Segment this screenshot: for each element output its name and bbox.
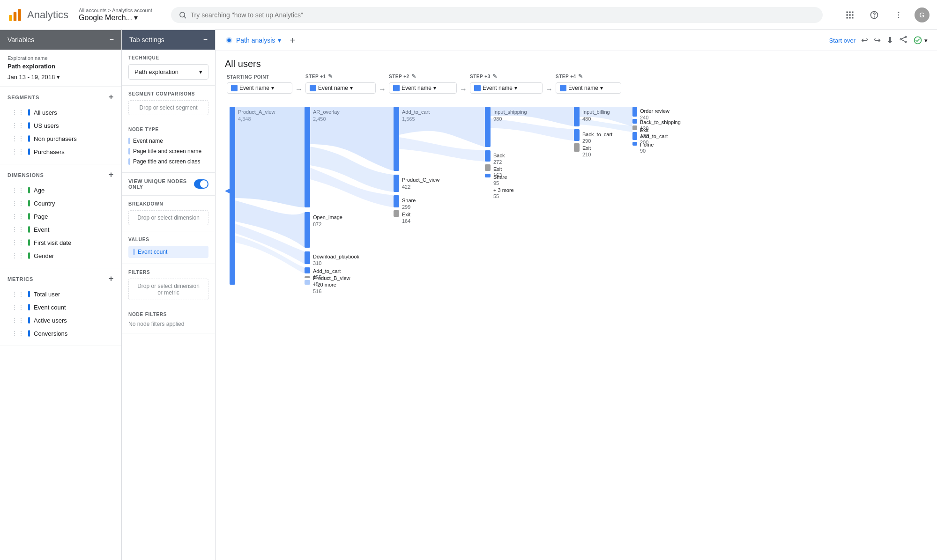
- node-s1-1[interactable]: [305, 212, 310, 248]
- step-3-edit-icon[interactable]: ✎: [492, 73, 498, 80]
- segment-item[interactable]: ⋮⋮Non purchasers: [7, 132, 114, 145]
- step-4-dropdown[interactable]: Event name ▾: [556, 82, 621, 94]
- segment-label: Purchasers: [34, 148, 65, 155]
- node-s5-2[interactable]: [632, 125, 637, 130]
- node-type-item[interactable]: Event name: [128, 136, 208, 146]
- date-range[interactable]: Jan 13 - 19, 2018 ▾: [7, 74, 114, 81]
- node-s3-3[interactable]: [485, 174, 491, 177]
- segment-item[interactable]: ⋮⋮US users: [7, 119, 114, 132]
- exploration-name-label: Exploration name: [7, 55, 114, 61]
- node-s3-2[interactable]: [485, 164, 491, 171]
- segment-item[interactable]: ⋮⋮All users: [7, 106, 114, 119]
- node-s4-1[interactable]: [574, 129, 580, 141]
- node-s2-2[interactable]: [394, 195, 399, 207]
- node-s5-0[interactable]: [632, 107, 637, 117]
- technique-label: TECHNIQUE: [128, 55, 208, 60]
- publish-button[interactable]: ▾: [913, 36, 928, 45]
- add-metric-button[interactable]: +: [109, 274, 114, 284]
- filters-drop-zone[interactable]: Drop or select dimension or metric: [128, 279, 208, 300]
- step-2-edit-icon[interactable]: ✎: [411, 73, 416, 80]
- analytics-logo-icon: [7, 7, 22, 22]
- add-dimension-button[interactable]: +: [109, 170, 114, 180]
- svg-text:90: 90: [640, 148, 646, 154]
- add-segment-button[interactable]: +: [109, 92, 114, 102]
- drag-handle: ⋮⋮: [11, 226, 24, 233]
- more-button[interactable]: [890, 7, 907, 23]
- step-2-dropdown[interactable]: Event name ▾: [389, 82, 457, 94]
- node-s4-0[interactable]: [574, 107, 580, 126]
- node-s5-3[interactable]: [632, 132, 637, 140]
- dimension-item[interactable]: ⋮⋮Country: [7, 197, 114, 210]
- metric-item[interactable]: ⋮⋮Total user: [7, 287, 114, 301]
- dimension-item[interactable]: ⋮⋮First visit date: [7, 236, 114, 249]
- metric-item[interactable]: ⋮⋮Conversions: [7, 327, 114, 340]
- step-1-edit-icon[interactable]: ✎: [328, 73, 333, 80]
- path-analysis-tab[interactable]: Path analysis ▾: [225, 36, 281, 44]
- apps-button[interactable]: [841, 7, 858, 23]
- dimension-color-bar: [28, 226, 30, 233]
- node-s1-4[interactable]: [305, 276, 310, 278]
- svg-text:55: 55: [493, 193, 499, 199]
- download-button[interactable]: ⬇: [886, 35, 893, 45]
- start-over-button[interactable]: Start over: [829, 37, 855, 44]
- metric-item[interactable]: ⋮⋮Active users: [7, 314, 114, 327]
- node-s2-0[interactable]: [394, 107, 399, 171]
- node-s3-more[interactable]: + 3 more: [493, 187, 514, 193]
- node-s4-2[interactable]: [574, 143, 580, 152]
- step-3-dropdown[interactable]: Event name ▾: [470, 82, 543, 94]
- node-starting[interactable]: [230, 107, 235, 285]
- node-s3-1[interactable]: [485, 150, 491, 162]
- help-button[interactable]: [866, 7, 883, 23]
- undo-button[interactable]: ↩: [861, 35, 868, 45]
- step-1-dropdown[interactable]: Event name ▾: [305, 82, 376, 94]
- drag-handle: ⋮⋮: [11, 148, 24, 155]
- dimension-item[interactable]: ⋮⋮Gender: [7, 249, 114, 262]
- user-avatar[interactable]: G: [915, 7, 930, 22]
- path-analysis-icon: [225, 36, 233, 44]
- variables-minimize[interactable]: −: [110, 36, 114, 44]
- redo-button[interactable]: ↪: [874, 35, 881, 45]
- tab-settings-minimize[interactable]: −: [203, 36, 208, 44]
- node-s3-0[interactable]: [485, 107, 491, 147]
- node-type-item[interactable]: Page title and screen class: [128, 156, 208, 167]
- unique-nodes-toggle[interactable]: [194, 179, 208, 189]
- metric-color-bar: [28, 304, 30, 310]
- node-s5-4[interactable]: [632, 142, 637, 146]
- node-type-item[interactable]: Page title and screen name: [128, 146, 208, 156]
- node-s1-0[interactable]: [305, 107, 310, 207]
- svg-text:Add_to_cart: Add_to_cart: [640, 133, 668, 139]
- search-input[interactable]: [191, 11, 815, 19]
- node-type-bar: [128, 148, 130, 155]
- node-s2-1[interactable]: [394, 175, 399, 192]
- variables-title: Variables: [7, 36, 34, 44]
- svg-rect-10: [852, 14, 853, 15]
- node-s2-3[interactable]: [394, 210, 399, 217]
- node-s1-3[interactable]: [305, 267, 310, 273]
- svg-text:Order review: Order review: [640, 108, 669, 114]
- step-starting-dropdown[interactable]: Event name ▾: [227, 82, 292, 94]
- svg-text:+ 20 more: + 20 more: [313, 282, 336, 287]
- value-chip[interactable]: Event count: [128, 246, 208, 258]
- account-name-dropdown[interactable]: Google Merch... ▾: [79, 13, 152, 22]
- event-icon-2: [393, 85, 400, 91]
- share-button[interactable]: [899, 35, 907, 46]
- dimension-item[interactable]: ⋮⋮Page: [7, 210, 114, 223]
- segment-drop-zone[interactable]: Drop or select segment: [128, 100, 208, 115]
- dimension-item[interactable]: ⋮⋮Event: [7, 223, 114, 236]
- segment-color-bar: [28, 148, 30, 155]
- breakdown-drop-zone[interactable]: Drop or select dimension: [128, 210, 208, 225]
- search-input-wrap[interactable]: [171, 7, 823, 23]
- node-s1-more[interactable]: [305, 280, 310, 285]
- svg-rect-0: [9, 15, 12, 21]
- node-s5-1[interactable]: [632, 119, 637, 124]
- svg-rect-7: [852, 11, 853, 13]
- technique-dropdown[interactable]: Path exploration ▾: [128, 64, 208, 80]
- step-4-edit-icon[interactable]: ✎: [578, 73, 583, 80]
- node-s1-2[interactable]: [305, 251, 310, 264]
- segment-item[interactable]: ⋮⋮Purchasers: [7, 145, 114, 158]
- svg-text:872: 872: [313, 221, 321, 227]
- drag-handle: ⋮⋮: [11, 186, 24, 194]
- dimension-item[interactable]: ⋮⋮Age: [7, 184, 114, 197]
- add-tab-button[interactable]: +: [286, 34, 299, 47]
- metric-item[interactable]: ⋮⋮Event count: [7, 301, 114, 314]
